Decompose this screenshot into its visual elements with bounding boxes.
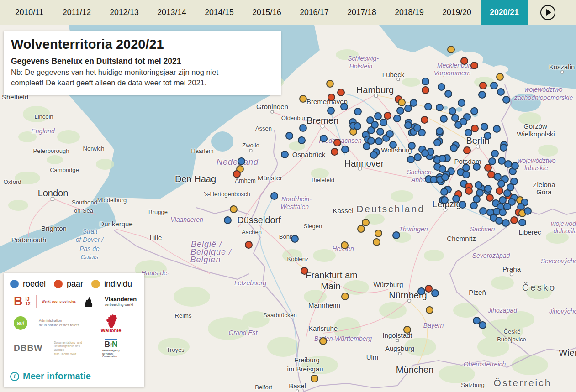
territory-marker-roedel[interactable]	[270, 192, 278, 200]
tab-year-2012-13[interactable]: 2012/13	[100, 0, 148, 25]
territory-marker-paar[interactable]	[233, 170, 241, 178]
territory-marker-roedel[interactable]	[424, 103, 432, 110]
territory-marker-roedel[interactable]	[371, 121, 379, 129]
territory-marker-roedel[interactable]	[450, 144, 458, 152]
territory-marker-roedel[interactable]	[393, 115, 401, 122]
territory-marker-paar[interactable]	[301, 267, 308, 275]
territory-marker-roedel[interactable]	[224, 216, 232, 224]
territory-marker-roedel[interactable]	[281, 151, 289, 158]
territory-marker-roedel[interactable]	[418, 129, 426, 136]
territory-marker-roedel[interactable]	[375, 137, 383, 145]
territory-marker-roedel[interactable]	[380, 119, 387, 126]
territory-marker-paar[interactable]	[384, 112, 391, 120]
territory-marker-roedel[interactable]	[374, 112, 382, 120]
territory-marker-roedel[interactable]	[462, 171, 470, 178]
territory-marker-roedel[interactable]	[458, 99, 465, 107]
territory-marker-roedel[interactable]	[404, 121, 412, 129]
territory-marker-roedel[interactable]	[431, 289, 439, 297]
territory-marker-roedel[interactable]	[340, 103, 348, 110]
territory-marker-individu[interactable]	[341, 293, 349, 300]
territory-marker-paar[interactable]	[422, 86, 429, 94]
territory-marker-roedel[interactable]	[298, 136, 306, 144]
territory-marker-roedel[interactable]	[473, 163, 481, 171]
territory-marker-roedel[interactable]	[500, 144, 507, 152]
territory-marker-roedel[interactable]	[494, 173, 502, 181]
more-info-link[interactable]: i Meer informatie	[10, 371, 91, 382]
territory-marker-individu[interactable]	[230, 205, 238, 213]
territory-marker-roedel[interactable]	[449, 107, 456, 115]
territory-marker-roedel[interactable]	[511, 162, 519, 170]
tab-year-2018-19[interactable]: 2018/19	[386, 0, 433, 25]
territory-marker-individu[interactable]	[341, 241, 349, 249]
territory-marker-paar[interactable]	[496, 187, 503, 195]
territory-marker-roedel[interactable]	[299, 124, 307, 132]
territory-marker-roedel[interactable]	[451, 114, 459, 122]
territory-marker-roedel[interactable]	[291, 235, 299, 243]
territory-marker-roedel[interactable]	[497, 88, 505, 96]
territory-marker-roedel[interactable]	[440, 115, 448, 123]
territory-marker-roedel[interactable]	[481, 123, 488, 131]
territory-marker-roedel[interactable]	[497, 180, 505, 188]
territory-marker-roedel[interactable]	[503, 189, 511, 197]
territory-marker-individu[interactable]	[447, 46, 455, 53]
tab-year-2017-18[interactable]: 2017/18	[338, 0, 386, 25]
territory-marker-paar[interactable]	[460, 57, 468, 65]
tab-year-2016-17[interactable]: 2016/17	[291, 0, 338, 25]
territory-marker-roedel[interactable]	[370, 151, 378, 159]
territory-marker-paar[interactable]	[331, 148, 338, 156]
territory-marker-individu[interactable]	[426, 306, 433, 314]
territory-marker-roedel[interactable]	[479, 207, 487, 215]
territory-marker-roedel[interactable]	[354, 108, 362, 115]
territory-marker-roedel[interactable]	[439, 165, 446, 173]
tab-year-2020-21[interactable]: 2020/21	[481, 0, 528, 25]
territory-marker-roedel[interactable]	[354, 122, 361, 130]
tab-year-2019-20[interactable]: 2019/20	[433, 0, 481, 25]
territory-marker-roedel[interactable]	[524, 207, 532, 215]
territory-marker-paar[interactable]	[337, 89, 345, 96]
territory-marker-roedel[interactable]	[441, 173, 449, 181]
territory-marker-individu[interactable]	[398, 99, 406, 106]
territory-marker-roedel[interactable]	[484, 132, 491, 140]
territory-marker-roedel[interactable]	[410, 99, 417, 107]
territory-marker-roedel[interactable]	[285, 132, 293, 140]
territory-marker-roedel[interactable]	[502, 219, 510, 227]
territory-marker-roedel[interactable]	[408, 142, 416, 150]
territory-marker-roedel[interactable]	[499, 209, 507, 216]
territory-marker-roedel[interactable]	[475, 181, 482, 189]
territory-marker-paar[interactable]	[245, 241, 253, 249]
territory-marker-roedel[interactable]	[417, 287, 425, 295]
territory-marker-roedel[interactable]	[459, 201, 466, 209]
tab-year-2011-12[interactable]: 2011/12	[53, 0, 100, 25]
territory-marker-paar[interactable]	[484, 164, 492, 172]
territory-marker-roedel[interactable]	[392, 231, 400, 239]
territory-marker-roedel[interactable]	[440, 188, 448, 196]
territory-marker-individu[interactable]	[326, 80, 334, 88]
territory-marker-roedel[interactable]	[473, 195, 481, 203]
territory-marker-roedel[interactable]	[490, 82, 498, 89]
territory-marker-roedel[interactable]	[479, 321, 486, 329]
territory-marker-individu[interactable]	[496, 73, 504, 81]
territory-marker-roedel[interactable]	[502, 96, 510, 104]
territory-marker-roedel[interactable]	[452, 195, 460, 203]
territory-marker-paar[interactable]	[470, 62, 478, 69]
tab-year-2013-14[interactable]: 2013/14	[148, 0, 196, 25]
territory-marker-roedel[interactable]	[386, 130, 394, 138]
territory-marker-roedel[interactable]	[444, 90, 452, 98]
tab-year-2010-11[interactable]: 2010/11	[5, 0, 53, 25]
tab-year-2015-16[interactable]: 2015/16	[243, 0, 291, 25]
territory-marker-roedel[interactable]	[491, 150, 499, 157]
territory-marker-roedel[interactable]	[389, 141, 397, 149]
territory-marker-roedel[interactable]	[376, 128, 384, 136]
territory-marker-roedel[interactable]	[436, 104, 444, 111]
territory-marker-individu[interactable]	[373, 238, 380, 246]
territory-marker-individu[interactable]	[357, 225, 365, 233]
territory-marker-roedel[interactable]	[407, 156, 415, 163]
territory-marker-paar[interactable]	[328, 94, 335, 101]
territory-marker-paar[interactable]	[463, 146, 471, 154]
territory-marker-roedel[interactable]	[439, 155, 446, 162]
territory-marker-roedel[interactable]	[470, 107, 478, 115]
territory-marker-roedel[interactable]	[320, 135, 328, 142]
territory-marker-roedel[interactable]	[504, 160, 512, 168]
play-animation-button[interactable]	[540, 5, 555, 20]
territory-marker-roedel[interactable]	[478, 91, 486, 99]
